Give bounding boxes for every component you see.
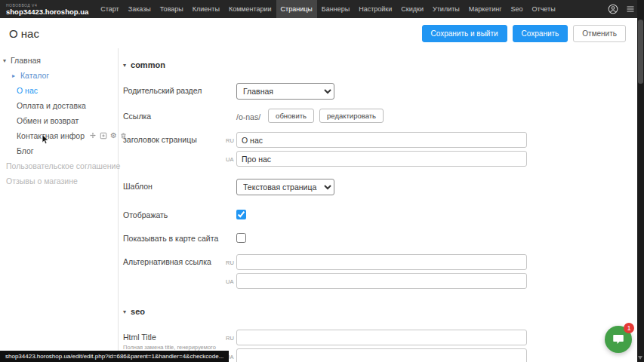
- menu-item-seo[interactable]: Seo: [507, 0, 528, 18]
- sidebar-item-label: Отзывы о магазине: [6, 176, 78, 186]
- lang-tag-ru: RU: [226, 254, 236, 266]
- field-label: заголовок страницы: [123, 132, 226, 145]
- field-sitemap: Показывать в карте сайта: [123, 231, 644, 244]
- link-edit-button[interactable]: редактировать: [319, 109, 384, 123]
- menu-item-banners[interactable]: Баннеры: [317, 0, 354, 18]
- menu-item-settings[interactable]: Настройки: [354, 0, 396, 18]
- sidebar-item-catalog[interactable]: ▸ Каталог: [0, 68, 118, 83]
- field-link: Ссылка /o-nas/ обновить редактировать: [123, 109, 644, 123]
- page-title-ru-input[interactable]: [236, 132, 527, 148]
- menu-item-start[interactable]: Старт: [96, 0, 123, 18]
- lang-tag-ru: RU: [226, 132, 236, 144]
- caret-down-icon: ▾: [123, 62, 126, 69]
- settings-gear-icon[interactable]: ⚙: [110, 132, 117, 140]
- menu-item-comments[interactable]: Комментарии: [224, 0, 276, 18]
- mouse-cursor-icon: [42, 134, 49, 146]
- brand[interactable]: НОВОВВОД V4 shop34423.horoshop.ua: [0, 0, 96, 18]
- sidebar-item-user-agreement[interactable]: Пользовательское соглашение: [0, 158, 118, 173]
- html-title-label: Html Title: [123, 333, 156, 342]
- parent-section-select[interactable]: Главная: [236, 83, 334, 100]
- field-parent-section: Родительский раздел Главная: [123, 83, 644, 100]
- display-checkbox[interactable]: [236, 210, 246, 219]
- field-label: Показывать в карте сайта: [123, 231, 226, 244]
- field-template: Шаблон Текстовая страница: [123, 179, 644, 195]
- main-menu: Старт Заказы Товары Клиенты Комментарии …: [96, 0, 559, 18]
- page-header: О нас Сохранить и выйти Сохранить Отмени…: [0, 18, 644, 48]
- field-label: Шаблон: [123, 179, 226, 192]
- section-seo[interactable]: ▾ seo: [123, 307, 644, 316]
- link-update-button[interactable]: обновить: [268, 109, 314, 123]
- lang-tag-ru: RU: [226, 330, 236, 342]
- add-page-icon[interactable]: [100, 132, 107, 140]
- link-value: /o-nas/: [236, 109, 260, 121]
- sidebar-item-about-us[interactable]: О нас: [0, 83, 118, 98]
- sidebar-item-label: Каталог: [20, 71, 49, 80]
- scrollbar-thumb[interactable]: [638, 20, 643, 84]
- vertical-scrollbar[interactable]: [637, 0, 644, 362]
- caret-down-icon: ▾: [3, 57, 6, 64]
- chat-unread-badge: 1: [624, 323, 634, 333]
- sidebar-item-store-reviews[interactable]: Отзывы о магазине: [0, 173, 118, 189]
- lang-tag-ua: UA: [226, 273, 236, 285]
- scrollbar-down-arrow-icon[interactable]: [638, 356, 642, 360]
- page-title: О нас: [9, 27, 39, 40]
- section-title-label: common: [131, 60, 165, 69]
- sidebar-item-label: О нас: [17, 86, 38, 95]
- topbar-icons: [608, 0, 635, 18]
- sidebar-item-blog[interactable]: Блог: [0, 143, 118, 158]
- sidebar-item-label: Контактная инфор: [17, 131, 85, 140]
- delete-trash-icon[interactable]: [120, 132, 127, 140]
- field-label: Ссылка: [123, 109, 226, 121]
- sidebar-item-contact-info[interactable]: Контактная инфор ⚙: [0, 128, 118, 143]
- chat-launcher-button[interactable]: 1: [605, 326, 632, 353]
- html-title-ru-input[interactable]: [236, 330, 527, 345]
- lang-tag-ua: UA: [226, 151, 236, 163]
- sidebar-item-label: Оплата и доставка: [17, 101, 86, 110]
- save-and-exit-button[interactable]: Сохранить и выйти: [422, 25, 507, 42]
- menu-item-discounts[interactable]: Скидки: [396, 0, 428, 18]
- field-label: Отображать: [123, 207, 226, 220]
- hamburger-menu-icon[interactable]: [626, 5, 635, 14]
- menu-item-utilities[interactable]: Утилиты: [428, 0, 464, 18]
- link-preview-statusbar: shop34423.horoshop.ua/edit/edit.php?id=6…: [0, 351, 229, 362]
- page-edit-form: ▾ common Родительский раздел Главная Ссы…: [119, 48, 644, 362]
- alt-link-ua-input[interactable]: [236, 273, 527, 289]
- html-title-ua-input[interactable]: [236, 348, 527, 362]
- sidebar-item-exchange-return[interactable]: Обмен и возврат: [0, 113, 118, 128]
- field-label: Альтернативная ссылка: [123, 254, 226, 267]
- save-button[interactable]: Сохранить: [513, 25, 569, 42]
- brand-domain: shop34423.horoshop.ua: [6, 8, 88, 16]
- menu-item-pages[interactable]: Страницы: [276, 0, 317, 18]
- field-label: Родительский раздел: [123, 83, 226, 96]
- user-account-icon[interactable]: [608, 4, 618, 14]
- field-display: Отображать: [123, 207, 644, 220]
- menu-item-orders[interactable]: Заказы: [124, 0, 156, 18]
- sidebar-item-label: Главная: [11, 56, 41, 65]
- template-select[interactable]: Текстовая страница: [236, 179, 334, 195]
- field-label: Html Title Полная замена title, генериру…: [123, 330, 226, 351]
- content-layout: ▾ Главная ▸ Каталог О нас Оплата и доста…: [0, 48, 644, 362]
- menu-item-clients[interactable]: Клиенты: [188, 0, 224, 18]
- header-buttons: Сохранить и выйти Сохранить Отменить: [422, 25, 627, 42]
- item-action-icons: ⚙: [89, 132, 127, 140]
- page-tree-sidebar: ▾ Главная ▸ Каталог О нас Оплата и доста…: [0, 48, 119, 362]
- topbar: НОВОВВОД V4 shop34423.horoshop.ua Старт …: [0, 0, 644, 18]
- alt-link-ru-input[interactable]: [236, 254, 527, 270]
- sidebar-item-home[interactable]: ▾ Главная: [0, 53, 118, 68]
- sidebar-item-label: Обмен и возврат: [17, 116, 79, 125]
- sidebar-item-payment-delivery[interactable]: Оплата и доставка: [0, 98, 118, 113]
- page-title-ua-input[interactable]: [236, 151, 527, 167]
- field-page-title: заголовок страницы RU UA: [123, 132, 644, 167]
- sitemap-checkbox[interactable]: [236, 233, 246, 243]
- caret-right-icon: ▸: [12, 72, 15, 79]
- drag-move-icon[interactable]: [89, 132, 97, 140]
- cancel-button[interactable]: Отменить: [573, 25, 626, 42]
- menu-item-products[interactable]: Товары: [156, 0, 188, 18]
- menu-item-reports[interactable]: Отчеты: [528, 0, 560, 18]
- section-title-label: seo: [131, 307, 145, 316]
- chat-bubble-icon: [612, 333, 625, 346]
- menu-item-marketing[interactable]: Маркетинг: [464, 0, 507, 18]
- section-common[interactable]: ▾ common: [123, 60, 644, 69]
- caret-down-icon: ▾: [123, 308, 126, 315]
- field-alt-link: Альтернативная ссылка RU UA: [123, 254, 644, 289]
